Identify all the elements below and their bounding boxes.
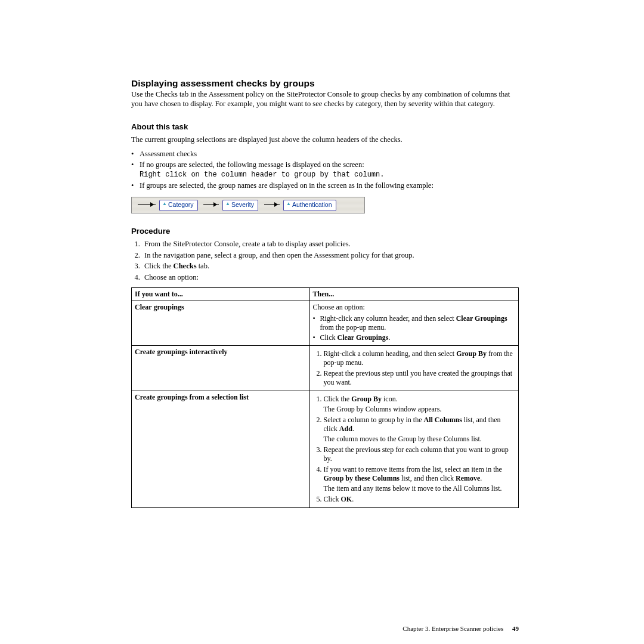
procedure-step-2: In the navigation pane, select a group, …	[142, 251, 519, 261]
options-table: If you want to... Then... Clear grouping…	[131, 287, 519, 508]
about-bullet-2-text: If no groups are selected, the following…	[140, 160, 364, 169]
about-bullet-2: If no groups are selected, the following…	[131, 160, 519, 179]
t: If you want to remove items from the lis…	[324, 465, 502, 473]
row3-step-5: Click OK.	[324, 495, 515, 504]
about-bullet-3: If groups are selected, the group names …	[131, 181, 519, 191]
t: .	[480, 474, 482, 482]
row1-label: Clear groupings	[132, 301, 310, 345]
t: OK	[341, 495, 352, 503]
t: list, and then click	[400, 474, 456, 482]
about-bullet-2-code: Right click on the column header to grou…	[140, 171, 384, 179]
section-heading: Displaying assessment checks by groups	[131, 78, 519, 89]
procedure-list: From the SiteProtector Console, create a…	[131, 240, 519, 283]
row2-step-2: Repeat the previous step until you have …	[324, 369, 515, 387]
t: Click	[324, 495, 341, 503]
table-header-then: Then...	[309, 287, 518, 301]
about-heading: About this task	[131, 122, 519, 132]
intro-paragraph: Use the Checks tab in the Assessment pol…	[131, 90, 519, 109]
row2-content: Right-click a column heading, and then s…	[309, 345, 518, 391]
crumb-category: Category	[159, 200, 198, 211]
row3-step-2-sub: The column moves to the Group by these C…	[324, 435, 515, 444]
t: All Columns	[424, 416, 462, 424]
row3-label: Create groupings from a selection list	[132, 391, 310, 507]
t: .	[352, 495, 354, 503]
t: Clear Groupings	[338, 333, 389, 342]
row3-step-2: Select a column to group by in the All C…	[324, 416, 515, 444]
page-footer: Chapter 3. Enterprise Scanner policies 4…	[402, 625, 519, 632]
about-bullet-1: Assessment checks	[131, 150, 519, 159]
t: Click	[320, 333, 338, 342]
t: .	[352, 425, 354, 433]
procedure-step-4: Choose an option:	[142, 273, 519, 283]
table-row: Create groupings interactively Right-cli…	[132, 345, 519, 391]
table-row: Create groupings from a selection list C…	[132, 391, 519, 507]
arrow-icon	[203, 204, 219, 205]
procedure-step-3: Click the Checks tab.	[142, 262, 519, 271]
t: Clear Groupings	[456, 314, 507, 323]
t: Remove	[456, 474, 480, 482]
t: Add	[339, 425, 352, 433]
footer-page-number: 49	[512, 625, 519, 632]
grouping-breadcrumb-example: Category Severity Authentication	[131, 197, 365, 213]
table-row: Clear groupings Choose an option: Right-…	[132, 301, 519, 345]
row1-content: Choose an option: Right-click any column…	[309, 301, 518, 345]
t: Click the	[324, 395, 352, 403]
row3-step-4-sub: The item and any items below it move to …	[324, 484, 515, 493]
arrow-icon	[138, 204, 156, 205]
t: Right-click a column heading, and then s…	[324, 349, 457, 358]
table-header-if: If you want to...	[132, 287, 310, 301]
row1-pre: Choose an option:	[313, 303, 365, 311]
procedure-step-1: From the SiteProtector Console, create a…	[142, 240, 519, 249]
step-3-pre: Click the	[144, 262, 174, 270]
t: Right-click any column header, and then …	[320, 314, 456, 323]
t: .	[388, 333, 390, 342]
row3-content: Click the Group By icon. The Group by Co…	[309, 391, 518, 507]
t: from the pop-up menu.	[320, 323, 386, 332]
row1-bullet-2: Click Clear Groupings.	[313, 333, 515, 342]
row1-bullet-1: Right-click any column header, and then …	[313, 314, 515, 332]
t: Group By	[456, 349, 487, 358]
arrow-icon	[264, 204, 280, 205]
row2-label: Create groupings interactively	[132, 345, 310, 391]
t: Group by these Columns	[324, 474, 400, 482]
row2-step-1: Right-click a column heading, and then s…	[324, 349, 515, 367]
step-3-bold: Checks	[174, 262, 197, 270]
t: Group By	[351, 395, 382, 403]
t: Select a column to group by in the	[324, 416, 424, 424]
row3-step-4: If you want to remove items from the lis…	[324, 465, 515, 493]
row3-step-1: Click the Group By icon. The Group by Co…	[324, 395, 515, 414]
about-bullet-list: Assessment checks If no groups are selec…	[131, 150, 519, 191]
t: icon.	[382, 395, 398, 403]
row3-step-1-sub: The Group by Columns window appears.	[324, 405, 515, 414]
row3-step-3: Repeat the previous step for each column…	[324, 445, 515, 463]
procedure-heading: Procedure	[131, 227, 519, 237]
crumb-authentication: Authentication	[283, 200, 336, 211]
about-lead: The current grouping selections are disp…	[131, 135, 519, 145]
crumb-severity: Severity	[222, 200, 258, 211]
footer-chapter: Chapter 3. Enterprise Scanner policies	[402, 625, 503, 632]
step-3-post: tab.	[197, 262, 210, 270]
